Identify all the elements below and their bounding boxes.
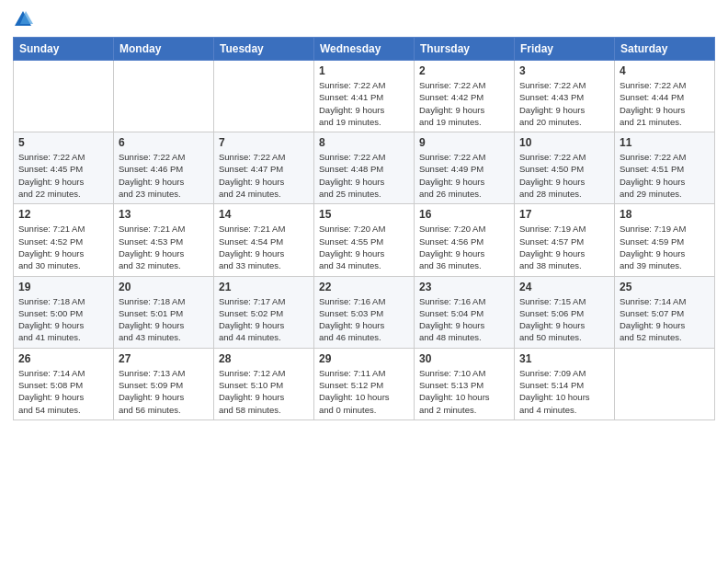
day-number: 27 — [119, 352, 209, 365]
day-number: 11 — [620, 136, 710, 149]
day-info: Sunrise: 7:22 AM Sunset: 4:49 PM Dayligh… — [419, 151, 509, 200]
calendar-cell: 16Sunrise: 7:20 AM Sunset: 4:56 PM Dayli… — [415, 204, 515, 276]
weekday-header-monday: Monday — [114, 38, 214, 61]
calendar-cell: 5Sunrise: 7:22 AM Sunset: 4:45 PM Daylig… — [14, 132, 114, 204]
calendar-cell: 31Sunrise: 7:09 AM Sunset: 5:14 PM Dayli… — [515, 348, 615, 419]
calendar-cell: 15Sunrise: 7:20 AM Sunset: 4:55 PM Dayli… — [314, 204, 415, 276]
day-number: 21 — [219, 281, 309, 293]
day-number: 26 — [18, 352, 108, 365]
day-info: Sunrise: 7:17 AM Sunset: 5:02 PM Dayligh… — [219, 295, 309, 344]
calendar-cell — [14, 61, 114, 132]
calendar-cell: 11Sunrise: 7:22 AM Sunset: 4:51 PM Dayli… — [615, 132, 715, 204]
calendar-cell: 21Sunrise: 7:17 AM Sunset: 5:02 PM Dayli… — [214, 276, 314, 348]
day-info: Sunrise: 7:14 AM Sunset: 5:07 PM Dayligh… — [620, 295, 710, 344]
calendar-cell: 23Sunrise: 7:16 AM Sunset: 5:04 PM Dayli… — [415, 276, 515, 348]
calendar-cell: 20Sunrise: 7:18 AM Sunset: 5:01 PM Dayli… — [114, 276, 214, 348]
day-number: 30 — [419, 352, 509, 365]
logo — [13, 9, 37, 29]
day-number: 6 — [119, 136, 209, 149]
day-number: 10 — [519, 136, 609, 149]
calendar-cell: 1Sunrise: 7:22 AM Sunset: 4:41 PM Daylig… — [314, 61, 415, 132]
calendar-cell: 29Sunrise: 7:11 AM Sunset: 5:12 PM Dayli… — [314, 348, 415, 419]
day-number: 25 — [620, 281, 710, 293]
day-info: Sunrise: 7:13 AM Sunset: 5:09 PM Dayligh… — [119, 367, 209, 416]
calendar-cell: 12Sunrise: 7:21 AM Sunset: 4:52 PM Dayli… — [14, 204, 114, 276]
day-number: 13 — [119, 208, 209, 221]
day-number: 1 — [319, 64, 409, 77]
day-info: Sunrise: 7:22 AM Sunset: 4:45 PM Dayligh… — [18, 151, 108, 200]
day-number: 4 — [620, 64, 710, 77]
calendar-cell: 10Sunrise: 7:22 AM Sunset: 4:50 PM Dayli… — [515, 132, 615, 204]
calendar-cell: 4Sunrise: 7:22 AM Sunset: 4:44 PM Daylig… — [615, 61, 715, 132]
day-info: Sunrise: 7:22 AM Sunset: 4:46 PM Dayligh… — [119, 151, 209, 200]
day-number: 9 — [419, 136, 509, 149]
day-info: Sunrise: 7:09 AM Sunset: 5:14 PM Dayligh… — [519, 367, 609, 416]
calendar-cell: 30Sunrise: 7:10 AM Sunset: 5:13 PM Dayli… — [415, 348, 515, 419]
day-info: Sunrise: 7:22 AM Sunset: 4:47 PM Dayligh… — [219, 151, 309, 200]
day-info: Sunrise: 7:19 AM Sunset: 4:57 PM Dayligh… — [519, 223, 609, 271]
calendar-cell: 17Sunrise: 7:19 AM Sunset: 4:57 PM Dayli… — [515, 204, 615, 276]
day-info: Sunrise: 7:12 AM Sunset: 5:10 PM Dayligh… — [219, 367, 309, 416]
day-number: 24 — [519, 281, 609, 293]
day-number: 7 — [219, 136, 309, 149]
weekday-header-sunday: Sunday — [14, 38, 114, 61]
weekday-header-tuesday: Tuesday — [214, 38, 314, 61]
day-number: 29 — [319, 352, 409, 365]
day-number: 8 — [319, 136, 409, 149]
day-info: Sunrise: 7:21 AM Sunset: 4:53 PM Dayligh… — [119, 223, 209, 271]
day-info: Sunrise: 7:22 AM Sunset: 4:43 PM Dayligh… — [519, 79, 609, 128]
calendar-cell: 2Sunrise: 7:22 AM Sunset: 4:42 PM Daylig… — [415, 61, 515, 132]
day-info: Sunrise: 7:20 AM Sunset: 4:56 PM Dayligh… — [419, 223, 509, 271]
calendar-cell — [615, 348, 715, 419]
day-info: Sunrise: 7:22 AM Sunset: 4:42 PM Dayligh… — [419, 79, 509, 128]
day-number: 20 — [119, 281, 209, 293]
day-number: 16 — [419, 208, 509, 221]
day-number: 19 — [18, 281, 108, 293]
header — [13, 9, 715, 29]
day-number: 2 — [419, 64, 509, 77]
day-number: 22 — [319, 281, 409, 293]
calendar-cell: 27Sunrise: 7:13 AM Sunset: 5:09 PM Dayli… — [114, 348, 214, 419]
day-info: Sunrise: 7:16 AM Sunset: 5:04 PM Dayligh… — [419, 295, 509, 344]
day-info: Sunrise: 7:15 AM Sunset: 5:06 PM Dayligh… — [519, 295, 609, 344]
weekday-header-row: SundayMondayTuesdayWednesdayThursdayFrid… — [14, 38, 715, 61]
day-info: Sunrise: 7:14 AM Sunset: 5:08 PM Dayligh… — [18, 367, 108, 416]
day-info: Sunrise: 7:19 AM Sunset: 4:59 PM Dayligh… — [620, 223, 710, 271]
day-info: Sunrise: 7:10 AM Sunset: 5:13 PM Dayligh… — [419, 367, 509, 416]
calendar-cell: 25Sunrise: 7:14 AM Sunset: 5:07 PM Dayli… — [615, 276, 715, 348]
calendar-cell: 9Sunrise: 7:22 AM Sunset: 4:49 PM Daylig… — [415, 132, 515, 204]
calendar-cell — [114, 61, 214, 132]
calendar-cell: 14Sunrise: 7:21 AM Sunset: 4:54 PM Dayli… — [214, 204, 314, 276]
logo-icon — [13, 9, 33, 29]
day-info: Sunrise: 7:21 AM Sunset: 4:54 PM Dayligh… — [219, 223, 309, 271]
day-info: Sunrise: 7:22 AM Sunset: 4:44 PM Dayligh… — [620, 79, 710, 128]
day-number: 12 — [18, 208, 108, 221]
day-info: Sunrise: 7:20 AM Sunset: 4:55 PM Dayligh… — [319, 223, 409, 271]
weekday-header-wednesday: Wednesday — [314, 38, 415, 61]
calendar-cell: 6Sunrise: 7:22 AM Sunset: 4:46 PM Daylig… — [114, 132, 214, 204]
day-number: 18 — [620, 208, 710, 221]
day-number: 14 — [219, 208, 309, 221]
day-info: Sunrise: 7:22 AM Sunset: 4:50 PM Dayligh… — [519, 151, 609, 200]
day-info: Sunrise: 7:22 AM Sunset: 4:41 PM Dayligh… — [319, 79, 409, 128]
page: SundayMondayTuesdayWednesdayThursdayFrid… — [0, 0, 728, 563]
day-number: 3 — [519, 64, 609, 77]
day-info: Sunrise: 7:18 AM Sunset: 5:01 PM Dayligh… — [119, 295, 209, 344]
day-info: Sunrise: 7:21 AM Sunset: 4:52 PM Dayligh… — [18, 223, 108, 271]
day-info: Sunrise: 7:16 AM Sunset: 5:03 PM Dayligh… — [319, 295, 409, 344]
day-number: 23 — [419, 281, 509, 293]
day-number: 31 — [519, 352, 609, 365]
calendar-cell: 13Sunrise: 7:21 AM Sunset: 4:53 PM Dayli… — [114, 204, 214, 276]
calendar-cell: 24Sunrise: 7:15 AM Sunset: 5:06 PM Dayli… — [515, 276, 615, 348]
calendar-cell: 3Sunrise: 7:22 AM Sunset: 4:43 PM Daylig… — [515, 61, 615, 132]
day-number: 28 — [219, 352, 309, 365]
calendar-cell: 8Sunrise: 7:22 AM Sunset: 4:48 PM Daylig… — [314, 132, 415, 204]
day-info: Sunrise: 7:22 AM Sunset: 4:48 PM Dayligh… — [319, 151, 409, 200]
calendar-table: SundayMondayTuesdayWednesdayThursdayFrid… — [13, 37, 715, 420]
calendar-cell: 18Sunrise: 7:19 AM Sunset: 4:59 PM Dayli… — [615, 204, 715, 276]
calendar-cell — [214, 61, 314, 132]
day-info: Sunrise: 7:11 AM Sunset: 5:12 PM Dayligh… — [319, 367, 409, 416]
calendar-cell: 26Sunrise: 7:14 AM Sunset: 5:08 PM Dayli… — [14, 348, 114, 419]
calendar-cell: 7Sunrise: 7:22 AM Sunset: 4:47 PM Daylig… — [214, 132, 314, 204]
day-number: 15 — [319, 208, 409, 221]
